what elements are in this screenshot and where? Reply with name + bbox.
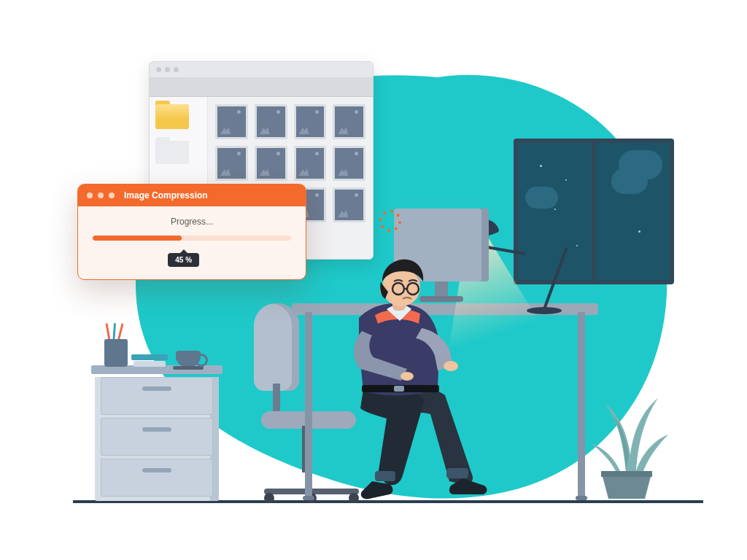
window-control-dot xyxy=(98,192,104,198)
file-cabinet xyxy=(91,365,222,500)
image-thumbnail xyxy=(255,146,287,181)
folder-icon xyxy=(155,141,189,164)
progress-bar-fill xyxy=(93,236,182,241)
window-control-dot xyxy=(87,192,93,198)
image-thumbnail xyxy=(215,146,248,181)
image-thumbnail xyxy=(333,104,365,139)
person-working xyxy=(293,230,498,500)
frustration-icon xyxy=(381,211,400,230)
dialog-title: Image Compression xyxy=(124,190,208,201)
browser-titlebar xyxy=(150,62,373,78)
image-thumbnail xyxy=(294,146,327,181)
dialog-titlebar: Image Compression xyxy=(78,184,306,206)
image-thumbnail xyxy=(333,187,365,222)
compression-dialog: Image Compression Progress... 45 % xyxy=(77,184,306,280)
svg-rect-0 xyxy=(446,468,468,478)
image-thumbnail xyxy=(255,104,287,139)
svg-point-5 xyxy=(400,372,414,381)
progress-label: Progress... xyxy=(93,217,291,227)
window-control-dot xyxy=(165,67,170,72)
window-control-dot xyxy=(156,67,161,72)
browser-toolbar xyxy=(150,78,373,97)
image-thumbnail xyxy=(215,104,248,139)
cabinet-top-items xyxy=(91,327,222,367)
progress-percent-badge: 45 % xyxy=(168,253,199,267)
folder-icon xyxy=(155,104,189,129)
svg-point-4 xyxy=(444,361,458,371)
image-thumbnail xyxy=(333,146,365,181)
svg-rect-1 xyxy=(375,471,395,481)
window-control-dot xyxy=(174,67,179,72)
svg-rect-3 xyxy=(394,386,404,392)
window-control-dot xyxy=(109,192,115,198)
image-thumbnail xyxy=(294,104,327,139)
progress-bar xyxy=(93,236,291,241)
